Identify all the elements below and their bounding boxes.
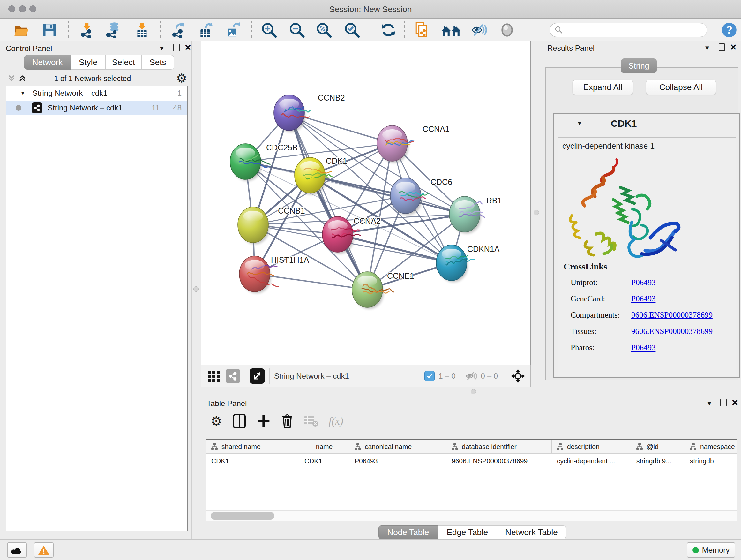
collection-expand-icon[interactable]: ▼ — [20, 90, 25, 97]
gear-icon[interactable]: ⚙ — [176, 71, 187, 85]
crosslink-link[interactable]: 9606.ENSP00000378699 — [631, 311, 713, 320]
node-CDKN1A[interactable]: CDKN1A — [436, 245, 500, 282]
open-in-window-icon[interactable] — [250, 368, 265, 384]
close-panel-icon[interactable]: ✕ — [730, 44, 737, 51]
refresh-icon[interactable] — [380, 21, 397, 39]
node-CDK1[interactable]: CDK1 — [294, 157, 347, 195]
zoom-in-icon[interactable] — [260, 21, 278, 39]
grid-view-icon[interactable] — [207, 369, 220, 383]
column-header--id[interactable]: @id — [631, 440, 685, 453]
crosslink-link[interactable]: P06493 — [631, 343, 656, 352]
warning-button[interactable] — [34, 543, 54, 558]
hide-show-icon[interactable] — [470, 21, 488, 39]
column-header-name[interactable]: name — [299, 440, 349, 453]
zoom-fit-icon[interactable] — [315, 21, 333, 39]
splitter-handle[interactable] — [193, 287, 199, 292]
import-network-icon[interactable] — [78, 21, 96, 39]
table-cell[interactable]: CDK1 — [299, 454, 349, 468]
column-header-namespace[interactable]: namespace — [685, 440, 741, 453]
horizontal-splitter[interactable] — [201, 387, 741, 396]
export-table-icon[interactable] — [197, 21, 214, 39]
tab-network[interactable]: Network — [24, 55, 71, 70]
collapse-all-networks-icon[interactable] — [7, 74, 16, 83]
float-panel-icon[interactable] — [173, 44, 180, 51]
export-network-icon[interactable] — [170, 21, 187, 39]
float-panel-icon[interactable] — [719, 44, 725, 51]
table-cell[interactable]: stringdb:9... — [631, 454, 685, 468]
function-builder-icon[interactable]: f(x) — [329, 415, 343, 427]
close-panel-icon[interactable]: ✕ — [731, 399, 738, 407]
network-row[interactable]: String Network – cdk1 11 48 — [6, 101, 187, 115]
tab-node-table[interactable]: Node Table — [379, 525, 438, 539]
zoom-selected-icon[interactable] — [343, 21, 360, 39]
crosslink-link[interactable]: 9606.ENSP00000378699 — [631, 327, 713, 336]
node-CCNA1[interactable]: CCNA1 — [377, 125, 450, 163]
edge-CCNE1-HIST1H1A[interactable] — [255, 274, 367, 290]
network-graph[interactable]: CCNB2CCNA1CDC25BCDK1CDC6RB1CCNB1CCNA2CDK… — [201, 41, 530, 365]
panel-menu-icon[interactable]: ▼ — [706, 400, 713, 407]
panel-menu-icon[interactable]: ▼ — [158, 45, 165, 52]
table-cell[interactable]: CDK1 — [206, 454, 299, 468]
gene-expand-icon[interactable]: ▼ — [577, 120, 583, 127]
vertical-splitter[interactable] — [192, 41, 201, 539]
tab-sets[interactable]: Sets — [142, 55, 174, 70]
column-header-canonical-name[interactable]: canonical name — [349, 440, 447, 453]
tab-edge-table[interactable]: Edge Table — [438, 525, 497, 539]
table-row[interactable]: CDK1CDK1P064939606.ENSP00000378699cyclin… — [206, 454, 737, 468]
tab-network-table[interactable]: Network Table — [497, 525, 566, 539]
show-columns-icon[interactable] — [232, 414, 246, 429]
tab-string[interactable]: String — [621, 58, 657, 73]
export-image-icon[interactable] — [224, 21, 242, 39]
float-panel-icon[interactable] — [720, 399, 727, 407]
add-column-icon[interactable] — [257, 414, 271, 428]
node-CCNA2[interactable]: CCNA2 — [322, 216, 381, 254]
search-input[interactable] — [563, 25, 697, 35]
vertical-splitter[interactable] — [531, 41, 542, 387]
network-canvas[interactable]: CCNB2CCNA1CDC25BCDK1CDC6RB1CCNB1CCNA2CDK… — [201, 41, 531, 365]
crosslink-link[interactable]: P06493 — [631, 278, 656, 287]
network-collection-row[interactable]: ▼ String Network – cdk1 1 — [6, 86, 187, 101]
node-RB1[interactable]: RB1 — [449, 196, 502, 234]
delete-column-icon[interactable] — [281, 414, 293, 428]
open-folder-icon[interactable] — [13, 21, 30, 39]
column-header-database-identifier[interactable]: database identifier — [447, 440, 552, 453]
horizontal-scrollbar[interactable] — [206, 510, 737, 521]
expand-all-button[interactable]: Expand All — [572, 80, 633, 95]
search-box[interactable] — [549, 23, 707, 37]
column-header-shared-name[interactable]: shared name — [206, 440, 299, 453]
table-cell[interactable]: stringdb — [685, 454, 741, 468]
document-share-icon[interactable] — [414, 21, 431, 39]
import-database-icon[interactable] — [105, 21, 122, 39]
crosslink-link[interactable]: P06493 — [631, 294, 656, 303]
splitter-handle[interactable] — [534, 210, 539, 215]
delete-table-icon[interactable] — [304, 415, 319, 428]
selected-checkbox-icon[interactable] — [424, 371, 434, 381]
hidden-eye-icon[interactable] — [465, 371, 478, 381]
node-HIST1H1A[interactable]: HIST1H1A — [239, 255, 309, 294]
birdseye-icon[interactable] — [498, 21, 516, 39]
import-table-icon[interactable] — [133, 21, 151, 39]
cloud-button[interactable] — [7, 543, 27, 558]
table-cell[interactable]: P06493 — [349, 454, 447, 468]
table-gear-icon[interactable]: ⚙ — [211, 414, 222, 428]
gene-header[interactable]: ▼ CDK1 — [554, 114, 739, 133]
zoom-out-icon[interactable] — [288, 21, 306, 39]
close-panel-icon[interactable]: ✕ — [185, 44, 192, 51]
save-icon[interactable] — [41, 21, 58, 39]
table-cell[interactable]: cyclin-dependent ... — [552, 454, 631, 468]
string-view-icon[interactable] — [226, 369, 240, 383]
table-cell[interactable]: 9606.ENSP00000378699 — [447, 454, 552, 468]
splitter-handle[interactable] — [471, 389, 476, 394]
help-icon[interactable]: ? — [721, 21, 738, 39]
scrollbar-thumb[interactable] — [211, 512, 274, 520]
collapse-all-button[interactable]: Collapse All — [646, 80, 716, 95]
home-icon[interactable] — [441, 21, 461, 39]
tab-select[interactable]: Select — [106, 55, 142, 70]
memory-button[interactable]: Memory — [687, 543, 735, 558]
expand-all-networks-icon[interactable] — [18, 74, 27, 83]
node-CCNB1[interactable]: CCNB1 — [238, 206, 305, 244]
tab-style[interactable]: Style — [71, 55, 106, 70]
panel-menu-icon[interactable]: ▼ — [704, 44, 711, 52]
birdseye-toggle-icon[interactable] — [511, 369, 525, 383]
column-header-description[interactable]: description — [552, 440, 631, 453]
